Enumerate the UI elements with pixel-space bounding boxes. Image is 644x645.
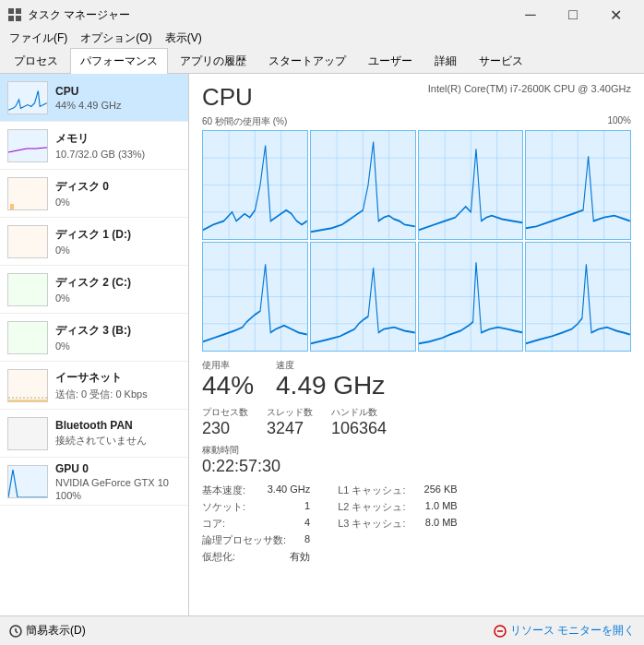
spec-socket: ソケット: 1 [202,500,310,514]
cpu-title: CPU [202,83,253,112]
memory-name: メモリ [55,131,145,147]
disk2-value: 0% [55,293,131,304]
tab-detail[interactable]: 詳細 [424,48,467,74]
app-title: タスク マネージャー [28,7,130,23]
menu-view[interactable]: 表示(V) [160,29,208,48]
disk1-info: ディスク 1 (D:) 0% [55,227,131,256]
cpu-chart-2 [418,130,524,240]
disk0-mini-chart [7,177,48,210]
l3-val: 8.0 MB [425,517,458,531]
menu-file[interactable]: ファイル(F) [4,29,73,48]
speed-value: 4.49 GHz [276,372,385,400]
ethernet-mini-chart [7,369,48,402]
speed-label: 速度 [276,359,385,372]
sidebar-item-cpu[interactable]: CPU 44% 4.49 GHz [0,74,188,122]
handle-label: ハンドル数 [331,406,387,419]
cores-val: 4 [304,517,310,531]
bluetooth-name: Bluetooth PAN [55,419,147,432]
process-label: プロセス数 [202,406,248,419]
bluetooth-info: Bluetooth PAN 接続されていません [55,419,147,448]
spec-l1: L1 キャッシュ: 256 KB [338,484,457,497]
virt-label: 仮想化: [202,550,235,564]
sidebar: CPU 44% 4.49 GHz メモリ 10.7/32.0 GB (33%) [0,74,189,615]
process-value: 230 [202,419,248,438]
disk0-info: ディスク 0 0% [55,179,109,208]
cpu-chart-7 [525,242,631,352]
tab-app-history[interactable]: アプリの履歴 [170,48,256,74]
svg-rect-3 [16,16,21,21]
socket-label: ソケット: [202,500,245,514]
thread-value: 3247 [267,419,313,438]
svg-rect-9 [8,274,48,306]
disk3-name: ディスク 3 (B:) [55,323,131,339]
svg-rect-8 [8,226,48,258]
title-bar-controls: ─ □ ✕ [509,1,637,29]
resource-monitor-button[interactable]: リソース モニターを開く [494,623,635,639]
disk0-value: 0% [55,197,109,208]
cpu-chart-1 [310,130,416,240]
sidebar-item-disk2[interactable]: ディスク 2 (C:) 0% [0,266,188,314]
sidebar-item-bluetooth[interactable]: Bluetooth PAN 接続されていません [0,410,188,458]
memory-value: 10.7/32.0 GB (33%) [55,149,145,160]
cpu-mini-chart [7,81,48,114]
tab-process[interactable]: プロセス [4,48,68,74]
ethernet-value: 送信: 0 受信: 0 Kbps [55,388,148,401]
svg-rect-10 [8,322,48,354]
cpu-chart-5 [310,242,416,352]
disk0-name: ディスク 0 [55,179,109,195]
simple-view-button[interactable]: 簡易表示(D) [9,623,86,639]
minimize-button[interactable]: ─ [509,1,552,29]
tab-services[interactable]: サービス [469,48,533,74]
cpu-header: CPU Intel(R) Core(TM) i7-2600K CPU @ 3.4… [202,83,631,112]
process-stat: プロセス数 230 [202,406,248,438]
tab-users[interactable]: ユーザー [358,48,423,74]
sidebar-item-gpu0[interactable]: GPU 0 NVIDIA GeForce GTX 10 100% [0,458,188,506]
bottom-bar: 簡易表示(D) リソース モニターを開く [0,615,644,645]
bluetooth-value: 接続されていません [55,434,147,448]
close-button[interactable]: ✕ [594,1,637,29]
title-bar: タスク マネージャー ─ □ ✕ [0,0,644,28]
resource-monitor-label: リソース モニターを開く [510,623,635,639]
svg-line-74 [16,631,18,633]
uptime-row: 稼動時間 0:22:57:30 [202,444,631,476]
menu-options[interactable]: オプション(O) [75,29,157,48]
svg-rect-4 [8,82,47,113]
tab-startup[interactable]: スタートアップ [258,48,356,74]
svg-rect-2 [8,16,14,21]
gpu0-model: NVIDIA GeForce GTX 10 [55,477,169,488]
svg-rect-1 [16,8,21,14]
usage-stat: 使用率 44% [202,359,254,400]
cpu-info: CPU 44% 4.49 GHz [55,85,122,111]
gpu0-name: GPU 0 [55,462,169,475]
maximize-button[interactable]: □ [552,1,594,29]
spec-base-speed: 基本速度: 3.40 GHz [202,484,310,497]
socket-val: 1 [304,500,310,514]
cores-label: コア: [202,517,225,531]
sidebar-item-memory[interactable]: メモリ 10.7/32.0 GB (33%) [0,122,188,170]
svg-rect-6 [8,178,48,210]
resource-monitor-icon [494,625,507,638]
simple-view-label: 簡易表示(D) [26,623,86,639]
chart-label-left: 60 秒間の使用率 (%) [202,115,287,128]
gpu0-usage: 100% [55,490,169,501]
logical-label: 論理プロセッサ数: [202,533,286,547]
spec-logical: 論理プロセッサ数: 8 [202,533,310,547]
sidebar-item-disk0[interactable]: ディスク 0 0% [0,170,188,218]
tab-performance[interactable]: パフォーマンス [70,48,168,74]
cpu-chart-6 [418,242,524,352]
ethernet-info: イーサネット 送信: 0 受信: 0 Kbps [55,370,148,401]
sidebar-item-disk3[interactable]: ディスク 3 (B:) 0% [0,314,188,362]
sidebar-item-ethernet[interactable]: イーサネット 送信: 0 受信: 0 Kbps [0,362,188,410]
right-panel: CPU Intel(R) Core(TM) i7-2600K CPU @ 3.4… [189,74,644,615]
cpu-value: 44% 4.49 GHz [55,100,122,111]
svg-rect-0 [8,8,14,14]
memory-mini-chart [7,129,48,162]
specs-col-left: 基本速度: 3.40 GHz ソケット: 1 コア: 4 論理プロセッサ数: 8… [202,484,310,567]
cpu-name: CPU [55,85,122,98]
sidebar-item-disk1[interactable]: ディスク 1 (D:) 0% [0,218,188,266]
title-bar-left: タスク マネージャー [7,7,130,23]
cpu-chart-0 [202,130,308,240]
disk1-name: ディスク 1 (D:) [55,227,131,243]
base-speed-label: 基本速度: [202,484,245,497]
main-stats-row: 使用率 44% 速度 4.49 GHz [202,359,631,400]
